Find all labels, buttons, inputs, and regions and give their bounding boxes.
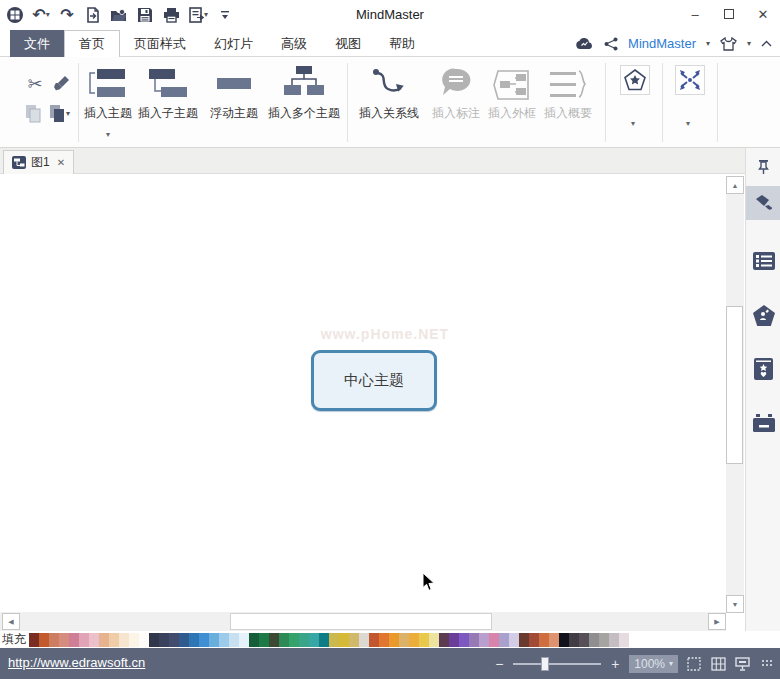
- horizontal-scrollbar[interactable]: ◀ ▶: [0, 612, 726, 631]
- undo-button[interactable]: ↶▾: [32, 5, 50, 25]
- palette-swatch[interactable]: [469, 633, 479, 647]
- palette-swatch[interactable]: [429, 633, 439, 647]
- palette-swatch[interactable]: [209, 633, 219, 647]
- share-icon[interactable]: [604, 37, 618, 51]
- tab-file[interactable]: 文件: [10, 30, 64, 57]
- insert-relationship-button[interactable]: 插入关系线: [352, 61, 426, 145]
- clipart-panel-button[interactable]: [746, 298, 780, 332]
- resize-grip[interactable]: [762, 660, 774, 668]
- palette-swatch[interactable]: [29, 633, 39, 647]
- scroll-right-button[interactable]: ▶: [708, 613, 726, 630]
- palette-swatch[interactable]: [559, 633, 569, 647]
- website-link[interactable]: http://www.edrawsoft.cn: [8, 655, 145, 670]
- paste-button[interactable]: ▾: [46, 101, 72, 127]
- insert-boundary-button[interactable]: 插入外框: [486, 61, 538, 145]
- palette-swatch[interactable]: [229, 633, 239, 647]
- export-dropdown-icon[interactable]: ▾: [204, 11, 208, 19]
- fit-page-button[interactable]: [686, 656, 702, 672]
- palette-swatch[interactable]: [569, 633, 579, 647]
- zoom-in-button[interactable]: +: [609, 656, 621, 672]
- palette-swatch[interactable]: [279, 633, 289, 647]
- minimize-button[interactable]: –: [678, 0, 712, 28]
- palette-swatch[interactable]: [369, 633, 379, 647]
- palette-swatch[interactable]: [419, 633, 429, 647]
- account-dropdown-icon[interactable]: ▾: [706, 40, 710, 48]
- palette-swatch[interactable]: [89, 633, 99, 647]
- palette-swatch[interactable]: [79, 633, 89, 647]
- scroll-up-button[interactable]: ▲: [726, 176, 744, 194]
- clipart-dropdown-icon[interactable]: ▾: [631, 119, 635, 128]
- scroll-left-button[interactable]: ◀: [2, 613, 20, 630]
- palette-swatch[interactable]: [59, 633, 69, 647]
- palette-swatch[interactable]: [449, 633, 459, 647]
- maximize-button[interactable]: [712, 0, 746, 28]
- insert-summary-button[interactable]: 插入概要: [542, 61, 594, 145]
- scroll-down-button[interactable]: ▼: [726, 595, 744, 613]
- open-button[interactable]: [110, 5, 128, 25]
- palette-swatch[interactable]: [179, 633, 189, 647]
- zoom-level-select[interactable]: 100% ▾: [629, 655, 678, 673]
- palette-swatch[interactable]: [359, 633, 369, 647]
- palette-swatch[interactable]: [169, 633, 179, 647]
- palette-swatch[interactable]: [499, 633, 509, 647]
- horizontal-scrollbar-thumb[interactable]: [230, 613, 492, 630]
- symbols-panel-button[interactable]: [746, 352, 780, 386]
- palette-swatch[interactable]: [409, 633, 419, 647]
- cloud-icon[interactable]: [575, 37, 594, 50]
- tab-slides[interactable]: 幻灯片: [200, 30, 267, 57]
- palette-swatch[interactable]: [619, 633, 629, 647]
- palette-swatch[interactable]: [379, 633, 389, 647]
- palette-swatch[interactable]: [529, 633, 539, 647]
- palette-swatch[interactable]: [339, 633, 349, 647]
- account-name[interactable]: MindMaster: [628, 36, 696, 51]
- palette-swatch[interactable]: [399, 633, 409, 647]
- tab-page-style[interactable]: 页面样式: [120, 30, 200, 57]
- palette-swatch[interactable]: [589, 633, 599, 647]
- palette-swatch[interactable]: [439, 633, 449, 647]
- palette-swatch[interactable]: [49, 633, 59, 647]
- insert-topic-button[interactable]: 插入主题 ▾: [82, 61, 134, 145]
- palette-swatch[interactable]: [509, 633, 519, 647]
- palette-swatch[interactable]: [69, 633, 79, 647]
- canvas[interactable]: www.pHome.NET 中心主题: [0, 174, 745, 612]
- palette-swatch[interactable]: [459, 633, 469, 647]
- pin-panel-button[interactable]: [746, 150, 780, 184]
- tab-home[interactable]: 首页: [64, 30, 120, 58]
- palette-swatch[interactable]: [329, 633, 339, 647]
- vertical-scrollbar-thumb[interactable]: [726, 306, 743, 464]
- pan-mode-button[interactable]: [710, 656, 726, 672]
- insert-subtopic-button[interactable]: 插入子主题: [136, 61, 200, 145]
- task-panel-button[interactable]: [746, 406, 780, 440]
- layout-dropdown-icon[interactable]: ▾: [686, 119, 690, 128]
- palette-swatch[interactable]: [149, 633, 159, 647]
- tab-help[interactable]: 帮助: [375, 30, 429, 57]
- palette-swatch[interactable]: [299, 633, 309, 647]
- close-button[interactable]: ✕: [746, 0, 780, 28]
- undo-dropdown-icon[interactable]: ▾: [46, 11, 50, 19]
- palette-swatch[interactable]: [599, 633, 609, 647]
- tab-advanced[interactable]: 高级: [267, 30, 321, 57]
- palette-swatch[interactable]: [489, 633, 499, 647]
- insert-topic-dropdown-icon[interactable]: ▾: [106, 130, 110, 139]
- layout-connector-button[interactable]: [675, 65, 705, 95]
- palette-swatch[interactable]: [259, 633, 269, 647]
- redo-button[interactable]: ↷: [58, 5, 76, 25]
- vertical-scrollbar[interactable]: ▲ ▼: [726, 176, 744, 613]
- palette-swatch[interactable]: [269, 633, 279, 647]
- insert-multiple-topics-button[interactable]: 插入多个主题: [266, 61, 342, 145]
- palette-swatch[interactable]: [309, 633, 319, 647]
- paste-dropdown-icon[interactable]: ▾: [66, 110, 70, 118]
- palette-swatch[interactable]: [349, 633, 359, 647]
- palette-swatch[interactable]: [519, 633, 529, 647]
- palette-swatch[interactable]: [539, 633, 549, 647]
- palette-swatch[interactable]: [219, 633, 229, 647]
- palette-swatch[interactable]: [289, 633, 299, 647]
- palette-swatch[interactable]: [239, 633, 249, 647]
- palette-swatch[interactable]: [199, 633, 209, 647]
- theme-dropdown-icon[interactable]: ▾: [747, 40, 751, 48]
- palette-swatch[interactable]: [319, 633, 329, 647]
- zoom-out-button[interactable]: −: [493, 656, 505, 672]
- customize-toolbar-button[interactable]: [216, 5, 234, 25]
- format-panel-button[interactable]: [746, 186, 780, 220]
- zoom-slider[interactable]: [513, 657, 601, 671]
